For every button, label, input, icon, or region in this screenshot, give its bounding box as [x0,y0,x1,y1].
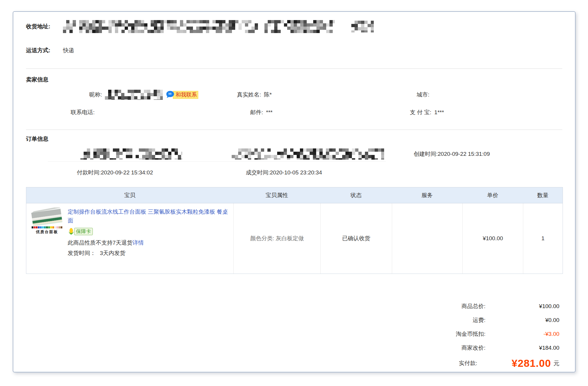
guarantee-corn-icon [68,228,75,235]
total-row-seller-adjustment: 商家改价: ¥184.00 [462,341,559,355]
seller-adjustment-value: ¥184.00 [485,345,559,351]
col-header-status: 状态 [320,187,392,203]
col-header-attributes: 宝贝属性 [233,187,320,203]
panel-stack-image [31,207,63,226]
color-swatches [32,226,62,228]
alipay-value: 1*** [434,109,444,116]
item-status: 已确认收货 [342,235,370,242]
item-row: 优质台面板 定制操作台板流水线工作台面板 三聚氰胺板实木颗粒免漆板 餐桌面 保障… [26,203,563,274]
guarantee-badge-label: 保障卡 [74,228,93,235]
redacted-address-postcode [351,21,374,32]
city-label: 城市: [417,91,429,99]
return-policy-text: 此商品性质不支持7天退货 [68,240,133,246]
paid-time-label: 付款时间: [77,169,101,176]
order-info-row-2: 付款时间: 2020-09-22 15:34:02 成交时间: 2020-10-… [26,166,562,179]
delivery-time-label: 发货时间： [68,250,96,256]
shipping-method-value: 快递 [63,47,74,54]
order-totals: 商品总价: ¥100.00 运费: ¥0.00 淘金币抵扣: -¥3.00 商家… [26,299,563,372]
item-unit-price: ¥100.00 [483,235,503,242]
alipay-label: 支 付 宝: [410,109,431,116]
item-attributes: 颜色分类: 灰白板定做 [250,235,304,242]
order-section-title: 订单信息 [26,135,562,143]
shipping-method-row: 运送方式: 快递 [26,43,562,58]
contact-seller-label: 和我联系 [173,91,198,99]
email-label: 邮件: [250,109,263,116]
product-image[interactable]: 优质台面板 [30,207,64,235]
subtotal-label: 商品总价: [462,302,485,310]
seller-section-title: 卖家信息 [26,76,562,84]
item-quantity: 1 [541,235,545,242]
shipping-address-row: 收货地址: [26,19,562,34]
shipping-fee-label: 运费: [473,316,485,324]
coin-discount-label: 淘金币抵扣: [456,330,485,338]
guarantee-badge: 保障卡 [68,228,229,235]
order-detail-panel: 收货地址: 运送方式: 快递 卖家信息 昵称: 和我联系 真实姓名: 陈* [13,11,576,372]
redacted-nickname [105,90,163,100]
nickname-label: 昵称: [89,91,102,99]
payable-label: 实付款: [459,359,477,367]
col-header-quantity: 数量 [523,187,563,203]
col-header-unit-price: 单价 [462,187,523,203]
items-table-header: 宝贝 宝贝属性 状态 服务 单价 数量 [26,187,563,203]
total-row-shipping-fee: 运费: ¥0.00 [473,313,559,327]
payable-unit: 元 [553,359,559,367]
col-header-service: 服务 [392,187,462,203]
real-name-label: 真实姓名: [237,91,261,99]
order-subdivider [48,161,386,162]
created-time-label: 创建时间: [414,150,438,158]
total-row-payable: 实付款: ¥281.00 元 [459,355,559,372]
completed-time-label: 成交时间: [246,169,270,176]
real-name-value: 陈* [264,91,272,99]
subtotal-value: ¥100.00 [485,303,559,310]
paid-time-value: 2020-09-22 15:34:02 [101,169,153,176]
redacted-order-detail [232,148,384,160]
coin-discount-value: -¥3.00 [485,331,559,337]
contact-seller-button[interactable]: 和我联系 [166,90,198,99]
completed-time-value: 2020-10-05 23:20:34 [270,169,322,176]
return-policy-details-link[interactable]: 详情 [133,240,144,246]
email-value: *** [266,109,272,116]
delivery-time-value: 3天内发货 [100,250,126,256]
seller-adjustment-label: 商家改价: [462,344,485,352]
product-title-link[interactable]: 定制操作台板流水线工作台面板 三聚氰胺板实木颗粒免漆板 餐桌面 [68,207,229,225]
divider [26,130,562,130]
shipping-fee-value: ¥0.00 [485,317,559,323]
total-row-coin-discount: 淘金币抵扣: -¥3.00 [456,327,559,341]
wangwang-icon [166,90,175,99]
col-header-item: 宝贝 [26,187,233,203]
order-info-row-1: 创建时间: 2020-09-22 15:31:09 [26,148,562,161]
total-row-subtotal: 商品总价: ¥100.00 [462,299,559,313]
shipping-method-label: 运送方式: [26,47,50,54]
payable-value: ¥281.00 [477,357,551,369]
seller-info-row-1: 昵称: 和我联系 真实姓名: 陈* 城市: [26,86,562,104]
shipping-address-label: 收货地址: [26,23,50,30]
items-table: 宝贝 宝贝属性 状态 服务 单价 数量 [26,187,563,274]
redacted-address [63,20,335,33]
redacted-order-number [80,148,182,160]
item-cell: 优质台面板 定制操作台板流水线工作台面板 三聚氰胺板实木颗粒免漆板 餐桌面 保障… [26,203,233,274]
image-caption: 优质台面板 [36,229,58,235]
phone-label: 联系电话: [71,109,95,116]
seller-info-row-2: 联系电话: 邮件: *** 支 付 宝: 1*** [26,104,562,121]
divider [26,68,562,69]
created-time-value: 2020-09-22 15:31:09 [438,151,490,157]
